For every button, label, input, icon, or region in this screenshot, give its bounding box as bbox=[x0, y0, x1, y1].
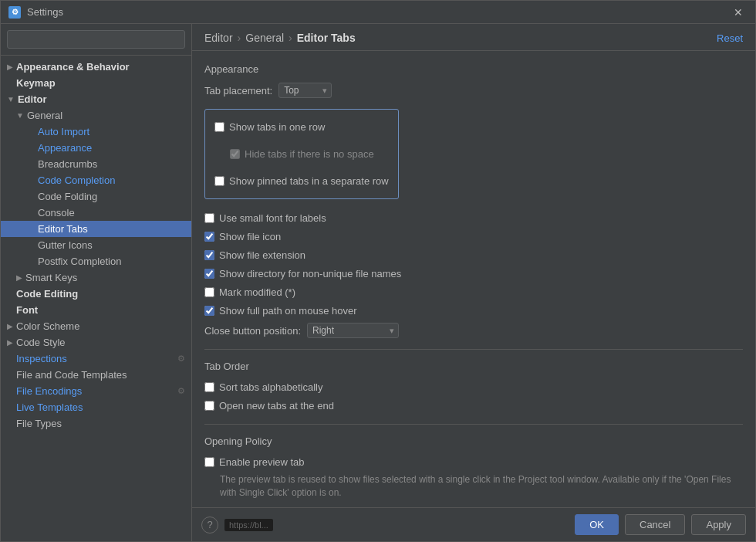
hide-tabs-no-space-label: Hide tabs if there is no space bbox=[245, 148, 374, 160]
appearance-section-title: Appearance bbox=[204, 63, 743, 75]
ok-button[interactable]: OK bbox=[575, 514, 619, 535]
show-pinned-separate-checkbox[interactable] bbox=[214, 176, 224, 186]
show-tabs-one-row-checkbox[interactable] bbox=[214, 122, 224, 132]
sidebar-item-label: Console bbox=[38, 207, 75, 218]
sidebar-item-font[interactable]: ▶ Font bbox=[1, 302, 191, 318]
reset-link[interactable]: Reset bbox=[717, 32, 743, 44]
hide-tabs-no-space-checkbox[interactable] bbox=[230, 149, 240, 159]
show-pinned-separate-label: Show pinned tabs in a separate row bbox=[229, 175, 389, 187]
cancel-button[interactable]: Cancel bbox=[625, 514, 685, 535]
sidebar-item-live-templates[interactable]: ▶ Live Templates bbox=[1, 399, 191, 415]
mark-modified-label: Mark modified (*) bbox=[219, 286, 295, 298]
show-file-extension-label: Show file extension bbox=[219, 249, 305, 261]
breadcrumb-sep2: › bbox=[289, 32, 292, 44]
sidebar-item-label: Keymap bbox=[16, 77, 56, 89]
divider-1 bbox=[204, 349, 743, 350]
close-btn-select[interactable]: Left Right Inactive tab right bbox=[307, 323, 399, 338]
help-button[interactable]: ? bbox=[201, 517, 218, 534]
show-directory-label: Show directory for non-unique file names bbox=[219, 268, 401, 279]
sidebar-item-label: Code Completion bbox=[38, 174, 115, 186]
open-new-end-checkbox[interactable] bbox=[204, 401, 214, 411]
show-full-path-checkbox[interactable] bbox=[204, 306, 214, 316]
tab-placement-dropdown-wrapper: Top Bottom Left Right None bbox=[278, 83, 332, 98]
sidebar-item-auto-import[interactable]: ▶ Auto Import bbox=[1, 124, 191, 140]
sidebar-item-file-encodings[interactable]: ▶ File Encodings ⚙ bbox=[1, 383, 191, 399]
opening-policy-section-title: Opening Policy bbox=[204, 435, 743, 447]
close-btn-position-row: Close button position: Left Right Inacti… bbox=[204, 323, 743, 338]
use-small-font-row: Use small font for labels bbox=[204, 211, 743, 225]
show-directory-row: Show directory for non-unique file names bbox=[204, 266, 743, 281]
sidebar-item-appearance[interactable]: ▶ Appearance bbox=[1, 140, 191, 156]
show-pinned-separate-row: Show pinned tabs in a separate row bbox=[214, 174, 389, 188]
gear-icon: ⚙ bbox=[177, 354, 185, 364]
breadcrumb-general: General bbox=[245, 32, 284, 44]
sidebar-item-file-types[interactable]: ▶ File Types bbox=[1, 415, 191, 432]
sort-tabs-alpha-row: Sort tabs alphabetically bbox=[204, 380, 743, 395]
sidebar-item-editor-tabs[interactable]: ▶ Editor Tabs bbox=[1, 221, 191, 237]
search-input[interactable] bbox=[7, 30, 185, 49]
sidebar-item-general[interactable]: ▼ General bbox=[1, 107, 191, 124]
show-file-extension-row: Show file extension bbox=[204, 248, 743, 263]
sidebar-item-console[interactable]: ▶ Console bbox=[1, 205, 191, 221]
sidebar-item-code-style[interactable]: ▶ Code Style bbox=[1, 334, 191, 351]
sidebar-item-code-editing[interactable]: ▶ Code Editing bbox=[1, 286, 191, 302]
settings-tree: ▶ Appearance & Behavior ▶ Keymap ▼ Edito… bbox=[1, 56, 191, 541]
sidebar-item-label: Appearance bbox=[38, 142, 92, 154]
show-tabs-one-row-label: Show tabs in one row bbox=[229, 121, 325, 133]
sidebar-item-keymap[interactable]: ▶ Keymap bbox=[1, 75, 191, 91]
sidebar-item-code-completion[interactable]: ▶ Code Completion bbox=[1, 172, 191, 188]
arrow-icon: ▼ bbox=[7, 95, 15, 103]
show-file-icon-checkbox[interactable] bbox=[204, 232, 214, 242]
use-small-font-checkbox[interactable] bbox=[204, 213, 214, 223]
show-directory-checkbox[interactable] bbox=[204, 269, 214, 279]
sidebar-item-postfix-completion[interactable]: ▶ Postfix Completion bbox=[1, 253, 191, 269]
enable-preview-label: Enable preview tab bbox=[219, 456, 305, 468]
content-area: ▶ Appearance & Behavior ▶ Keymap ▼ Edito… bbox=[1, 24, 755, 541]
sidebar-item-label: Postfix Completion bbox=[38, 256, 121, 267]
sidebar-item-label: Gutter Icons bbox=[38, 239, 93, 251]
hide-tabs-no-space-row: Hide tabs if there is no space bbox=[230, 147, 389, 161]
sidebar-item-color-scheme[interactable]: ▶ Color Scheme bbox=[1, 318, 191, 334]
sidebar-item-label: Color Scheme bbox=[16, 320, 79, 332]
sidebar-item-smart-keys[interactable]: ▶ Smart Keys bbox=[1, 269, 191, 286]
sidebar: ▶ Appearance & Behavior ▶ Keymap ▼ Edito… bbox=[1, 24, 192, 541]
sidebar-item-file-code-templates[interactable]: ▶ File and Code Templates bbox=[1, 367, 191, 383]
sidebar-item-label: General bbox=[27, 110, 62, 121]
sidebar-item-label: Editor bbox=[18, 93, 47, 105]
sidebar-item-code-folding[interactable]: ▶ Code Folding bbox=[1, 188, 191, 205]
enable-preview-checkbox[interactable] bbox=[204, 457, 214, 467]
sidebar-item-appearance-behavior[interactable]: ▶ Appearance & Behavior bbox=[1, 59, 191, 75]
window-title: Settings bbox=[27, 6, 729, 18]
sidebar-item-inspections[interactable]: ▶ Inspections ⚙ bbox=[1, 351, 191, 367]
settings-content: Appearance Tab placement: Top Bottom Lef… bbox=[192, 51, 755, 507]
gear-icon: ⚙ bbox=[177, 386, 185, 396]
app-icon: ⚙ bbox=[8, 6, 21, 19]
settings-window: ⚙ Settings ✕ ▶ Appearance & Behavior ▶ K… bbox=[0, 0, 756, 542]
sidebar-item-breadcrumbs[interactable]: ▶ Breadcrumbs bbox=[1, 156, 191, 172]
arrow-icon: ▶ bbox=[16, 273, 22, 282]
open-new-end-row: Open new tabs at the end bbox=[204, 398, 743, 413]
sidebar-item-gutter-icons[interactable]: ▶ Gutter Icons bbox=[1, 237, 191, 253]
tab-placement-select[interactable]: Top Bottom Left Right None bbox=[278, 83, 332, 98]
breadcrumb-editor: Editor bbox=[204, 32, 233, 44]
show-file-icon-label: Show file icon bbox=[219, 231, 281, 242]
mark-modified-checkbox[interactable] bbox=[204, 287, 214, 297]
show-file-icon-row: Show file icon bbox=[204, 229, 743, 244]
footer: ? https://bl... OK Cancel Apply bbox=[192, 507, 755, 541]
close-button[interactable]: ✕ bbox=[729, 5, 748, 20]
apply-button[interactable]: Apply bbox=[691, 514, 746, 535]
show-full-path-label: Show full path on mouse hover bbox=[219, 305, 357, 317]
sort-tabs-alpha-checkbox[interactable] bbox=[204, 382, 214, 392]
show-tabs-one-row-row: Show tabs in one row bbox=[214, 120, 389, 134]
arrow-icon: ▶ bbox=[7, 63, 13, 71]
close-btn-label: Close button position: bbox=[204, 325, 301, 337]
show-file-extension-checkbox[interactable] bbox=[204, 250, 214, 260]
main-header: Editor › General › Editor Tabs Reset bbox=[192, 24, 755, 51]
preview-description: The preview tab is reused to show files … bbox=[220, 473, 743, 500]
url-tooltip: https://bl... bbox=[224, 519, 273, 531]
divider-2 bbox=[204, 424, 743, 425]
sidebar-item-label: File Types bbox=[16, 418, 62, 429]
sidebar-item-editor[interactable]: ▼ Editor bbox=[1, 91, 191, 107]
sidebar-item-label: Breadcrumbs bbox=[38, 158, 97, 170]
mark-modified-row: Mark modified (*) bbox=[204, 285, 743, 300]
